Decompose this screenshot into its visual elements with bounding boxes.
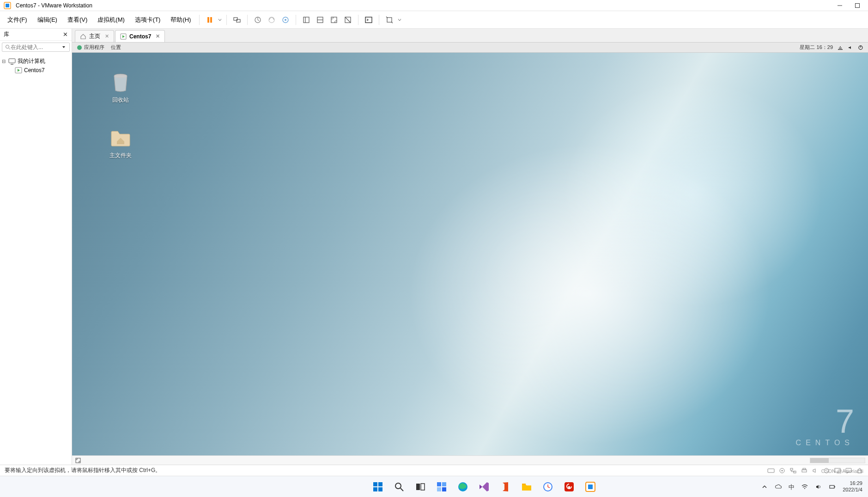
pause-dropdown[interactable] — [218, 18, 223, 22]
maximize-button[interactable] — [854, 2, 861, 9]
tray-ime-icon[interactable]: 中 — [789, 483, 795, 491]
network-icon[interactable] — [838, 45, 843, 50]
svg-rect-53 — [437, 482, 441, 486]
minimize-button[interactable] — [837, 2, 843, 9]
tree-vm-centos7[interactable]: Centos7 — [2, 66, 70, 74]
trash-icon — [109, 71, 132, 93]
stretch-button[interactable] — [383, 13, 396, 26]
status-printer-icon[interactable] — [801, 467, 808, 474]
menu-vm[interactable]: 虚拟机(M) — [93, 13, 129, 27]
svg-point-27 — [77, 45, 82, 50]
view-split-button[interactable] — [314, 13, 327, 26]
svg-rect-51 — [416, 484, 420, 490]
status-disk-icon[interactable] — [767, 467, 775, 474]
tab-centos7-close[interactable]: ✕ — [156, 33, 160, 39]
guest-places-menu[interactable]: 位置 — [111, 44, 121, 51]
library-search[interactable] — [2, 43, 70, 52]
snapshot-take-button[interactable] — [251, 13, 264, 26]
task-view-button[interactable] — [413, 480, 427, 494]
expand-icon[interactable]: ⊟ — [2, 59, 6, 64]
tray-chevron-up-icon[interactable] — [761, 483, 768, 491]
library-close-button[interactable]: ✕ — [63, 31, 68, 38]
volume-icon[interactable] — [848, 45, 853, 50]
desktop-home-label: 主文件夹 — [100, 152, 141, 160]
folder-home-icon — [109, 127, 132, 149]
tray-clock[interactable]: 16:29 2022/1/4 — [843, 480, 862, 492]
guest-applications-menu[interactable]: 应用程序 — [77, 44, 104, 51]
tray-battery-icon[interactable] — [829, 483, 836, 491]
tray-date: 2022/1/4 — [843, 487, 862, 493]
explorer-app[interactable] — [520, 480, 534, 494]
desktop-trash-icon[interactable]: 回收站 — [100, 71, 141, 104]
vmware-app[interactable] — [583, 480, 597, 494]
clock-app[interactable] — [541, 480, 555, 494]
snapshot-revert-button[interactable] — [265, 13, 278, 26]
centos-version: 7 — [796, 408, 854, 435]
menu-tabs[interactable]: 选项卡(T) — [130, 13, 165, 27]
horizontal-scrollbar[interactable] — [810, 458, 865, 463]
svg-rect-33 — [768, 469, 774, 472]
tab-centos7[interactable]: Centos7 ✕ — [115, 30, 165, 42]
svg-rect-48 — [378, 487, 382, 491]
tree-root-my-computer[interactable]: ⊟ 我的计算机 — [2, 56, 70, 66]
guest-places-label: 位置 — [111, 44, 121, 51]
console-button[interactable] — [362, 13, 375, 26]
snapshot-manager-button[interactable] — [279, 13, 292, 26]
guest-desktop-viewport[interactable]: 回收站 主文件夹 7 CENTOS — [72, 53, 868, 455]
exit-fullscreen-icon[interactable] — [75, 457, 81, 464]
svg-rect-64 — [830, 485, 834, 488]
tab-home[interactable]: 主页 ✕ — [75, 30, 114, 42]
content-area: 主页 ✕ Centos7 ✕ 应用程序 位置 星期二 16：29 — [72, 29, 868, 465]
stretch-dropdown[interactable] — [398, 18, 402, 22]
guest-clock[interactable]: 星期二 16：29 — [800, 44, 833, 51]
status-cd-icon[interactable] — [778, 467, 786, 474]
tab-home-label: 主页 — [89, 32, 100, 40]
svg-point-61 — [568, 486, 570, 488]
svg-rect-12 — [303, 17, 309, 23]
library-search-input[interactable] — [11, 44, 62, 50]
power-icon[interactable] — [858, 45, 863, 50]
fullscreen-button[interactable] — [328, 13, 340, 26]
svg-rect-36 — [790, 468, 793, 470]
status-sound-icon[interactable] — [812, 467, 819, 474]
svg-point-49 — [395, 483, 401, 489]
pause-button[interactable] — [203, 13, 216, 26]
menu-file[interactable]: 文件(F) — [3, 13, 32, 27]
separator — [358, 15, 358, 25]
svg-rect-55 — [437, 487, 441, 491]
separator — [226, 15, 227, 25]
guest-applications-label: 应用程序 — [84, 44, 104, 51]
svg-rect-65 — [834, 486, 835, 487]
view-single-button[interactable] — [300, 13, 313, 26]
desktop-home-folder-icon[interactable]: 主文件夹 — [100, 127, 141, 160]
tray-volume-icon[interactable] — [815, 483, 822, 491]
computer-icon — [8, 58, 16, 65]
tab-home-close[interactable]: ✕ — [105, 33, 109, 39]
tray-wifi-icon[interactable] — [801, 483, 808, 491]
separator — [247, 15, 248, 25]
widgets-button[interactable] — [435, 480, 449, 494]
edge-app[interactable] — [456, 480, 470, 494]
unity-button[interactable] — [341, 13, 354, 26]
svg-rect-7 — [237, 19, 240, 22]
home-icon — [80, 33, 86, 40]
menu-view[interactable]: 查看(V) — [63, 13, 92, 27]
tab-centos7-label: Centos7 — [129, 33, 151, 40]
status-network-icon[interactable] — [789, 467, 797, 474]
separator — [379, 15, 379, 25]
office-app[interactable] — [498, 480, 512, 494]
viewport-footer — [72, 455, 868, 465]
guest-top-panel: 应用程序 位置 星期二 16：29 — [72, 43, 868, 53]
visual-studio-app[interactable] — [477, 480, 491, 494]
svg-rect-45 — [373, 482, 377, 486]
send-ctrl-alt-del-button[interactable] — [231, 13, 243, 26]
centos-brand: CENTOS — [796, 439, 854, 447]
netease-music-app[interactable] — [562, 480, 576, 494]
start-button[interactable] — [371, 480, 385, 494]
search-dropdown-icon[interactable] — [62, 45, 67, 49]
menu-help[interactable]: 帮助(H) — [166, 13, 195, 27]
menu-edit[interactable]: 编辑(E) — [33, 13, 62, 27]
tray-onedrive-icon[interactable] — [775, 483, 782, 491]
search-button[interactable] — [392, 480, 406, 494]
svg-point-31 — [114, 74, 127, 78]
